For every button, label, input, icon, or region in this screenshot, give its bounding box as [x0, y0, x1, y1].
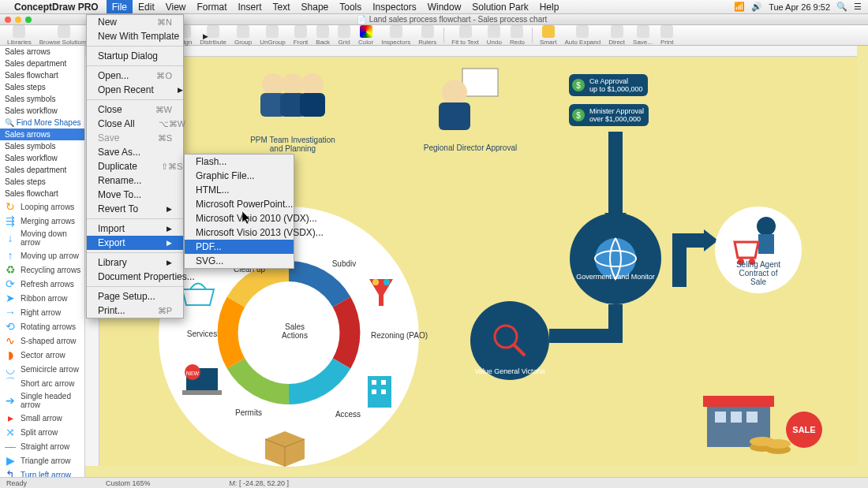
file-menu-item[interactable]: Move To...	[87, 188, 183, 202]
tool-direct[interactable]: Direct	[606, 25, 627, 46]
export-menu-item[interactable]: Graphic File...	[185, 169, 294, 183]
volume-icon[interactable]: 🔊	[751, 2, 762, 12]
file-menu-item[interactable]: Startup Dialog	[87, 49, 183, 63]
file-menu-item[interactable]: Open Recent▶	[87, 83, 183, 97]
shape-item[interactable]: ↻Looping arrows	[0, 199, 84, 214]
library-section[interactable]: 🔍 Find More Shapes	[0, 117, 84, 129]
shape-item[interactable]: ↰Turn left arrow	[0, 468, 84, 477]
file-menu-item[interactable]: Document Properties...	[87, 270, 183, 284]
tool-rulers[interactable]: Rulers	[416, 25, 439, 46]
menu-solution-park[interactable]: Solution Park	[466, 0, 533, 13]
file-menu-item[interactable]: Revert To▶	[87, 202, 183, 216]
library-section[interactable]: Sales flowchart	[0, 69, 84, 81]
shape-item[interactable]: ◗Sector arrow	[0, 348, 84, 362]
file-menu-item[interactable]: New With Template▶	[87, 29, 183, 43]
menu-tools[interactable]: Tools	[334, 0, 367, 13]
library-section[interactable]: Sales symbols	[0, 93, 84, 105]
file-menu-item[interactable]: Open...⌘O	[87, 69, 183, 83]
menu-shape[interactable]: Shape	[296, 0, 335, 13]
menu-file[interactable]: File	[107, 0, 133, 13]
file-menu-item[interactable]: Rename...	[87, 173, 183, 188]
shape-item[interactable]: →Right arrow	[0, 305, 84, 319]
library-section[interactable]: Sales department	[0, 164, 84, 176]
file-menu-item[interactable]: Close All⌥⌘W	[87, 117, 183, 131]
tool-ungroup[interactable]: UnGroup	[257, 25, 287, 46]
export-menu-item[interactable]: Microsoft PowerPoint...	[185, 197, 294, 211]
file-menu-item[interactable]: Library▶	[87, 255, 183, 270]
tool-libraries[interactable]: Libraries	[5, 25, 34, 46]
file-menu-item[interactable]: Save As...	[87, 145, 183, 159]
file-menu-item[interactable]: Page Setup...	[87, 289, 183, 304]
menu-help[interactable]: Help	[534, 0, 565, 13]
spotlight-icon[interactable]: 🔍	[836, 2, 847, 12]
shape-item[interactable]: ⇶Merging arrows	[0, 214, 84, 228]
menu-text[interactable]: Text	[268, 0, 296, 13]
wifi-icon[interactable]: 📶	[734, 2, 745, 12]
file-menu-item[interactable]: Close⌘W	[87, 102, 183, 117]
ruler-horizontal[interactable]	[99, 46, 857, 57]
library-section[interactable]: Sales flowchart	[0, 188, 84, 199]
shape-icon: ⟲	[3, 321, 17, 332]
shape-item[interactable]: ➔Single headed arrow	[0, 390, 84, 411]
menu-format[interactable]: Format	[192, 0, 233, 13]
file-menu-item[interactable]: Print...⌘P	[87, 304, 183, 318]
tool-group[interactable]: Group	[232, 25, 254, 46]
export-menu-item[interactable]: HTML...	[185, 183, 294, 197]
tool-front[interactable]: Front	[291, 25, 311, 46]
menu-inspectors[interactable]: Inspectors	[367, 0, 421, 13]
menu-window[interactable]: Window	[422, 0, 467, 13]
shape-item[interactable]: ♻Recycling arrows	[0, 263, 84, 277]
library-section[interactable]: Sales symbols	[0, 140, 84, 152]
tool-back[interactable]: Back	[313, 25, 332, 46]
shape-item[interactable]: —Straight arrow	[0, 439, 84, 453]
file-menu-item[interactable]: New⌘N	[87, 15, 183, 29]
tool-grid[interactable]: Grid	[335, 25, 353, 46]
library-section[interactable]: Sales steps	[0, 81, 84, 93]
export-menu-item[interactable]: SVG...	[185, 254, 294, 268]
library-section[interactable]: Sales arrows	[0, 129, 84, 140]
shape-item[interactable]: ∿S-shaped arrow	[0, 333, 84, 348]
notifications-icon[interactable]: ☰	[854, 2, 862, 12]
tool-save[interactable]: Save...	[630, 25, 655, 46]
shape-item[interactable]: ↓Moving down arrow	[0, 228, 84, 248]
export-menu-item[interactable]: Microsoft Visio 2010 (VDX)...	[185, 211, 294, 225]
zoom-window-button[interactable]	[25, 17, 32, 23]
shape-item[interactable]: ⤨Split arrow	[0, 425, 84, 439]
tool-browse[interactable]: Browse Solutions	[37, 25, 91, 46]
library-section[interactable]: Sales arrows	[0, 46, 84, 58]
tool-autoexpand[interactable]: Auto Expand	[562, 25, 603, 46]
tool-undo[interactable]: Undo	[485, 25, 504, 46]
library-section[interactable]: Sales department	[0, 58, 84, 69]
shape-item[interactable]: ⟲Rotating arrows	[0, 319, 84, 333]
library-section[interactable]: Sales workflow	[0, 105, 84, 117]
file-menu-item[interactable]: Duplicate⇧⌘S	[87, 159, 183, 173]
library-section[interactable]: Sales steps	[0, 176, 84, 188]
library-section[interactable]: Sales workflow	[0, 152, 84, 164]
shape-item[interactable]: ↑Moving up arrow	[0, 248, 84, 263]
close-window-button[interactable]	[5, 17, 11, 23]
shape-icon: ⟳	[3, 278, 17, 289]
shape-item[interactable]: ▸Small arrow	[0, 411, 84, 425]
shape-item[interactable]: ⌒Short arc arrow	[0, 376, 84, 390]
file-menu-item[interactable]: Import▶	[87, 222, 183, 236]
shape-item[interactable]: ▶Triangle arrow	[0, 453, 84, 468]
menu-edit[interactable]: Edit	[133, 0, 160, 13]
tool-color[interactable]: Color	[356, 25, 376, 46]
file-menu-item[interactable]: Export▶	[87, 236, 183, 250]
shape-item[interactable]: ➤Ribbon arrow	[0, 291, 84, 305]
tool-print[interactable]: Print	[658, 25, 675, 46]
export-menu-item[interactable]: Microsoft Visio 2013 (VSDX)...	[185, 225, 294, 240]
menu-view[interactable]: View	[160, 0, 192, 13]
tool-fit[interactable]: Fit to Text	[449, 25, 481, 46]
tool-redo[interactable]: Redo	[507, 25, 527, 46]
export-menu-item[interactable]: PDF...	[185, 240, 294, 254]
export-menu-item[interactable]: Flash...	[185, 155, 294, 169]
tool-inspectors[interactable]: Inspectors	[379, 25, 413, 46]
status-zoom[interactable]: Custom 165%	[106, 479, 151, 487]
tool-smart[interactable]: Smart	[537, 25, 559, 46]
minimize-window-button[interactable]	[15, 17, 21, 23]
clock[interactable]: Tue Apr 26 9:52	[769, 2, 830, 12]
menu-insert[interactable]: Insert	[233, 0, 268, 13]
shape-item[interactable]: ⟳Refresh arrows	[0, 277, 84, 291]
shape-item[interactable]: ◡Semicircle arrow	[0, 362, 84, 376]
